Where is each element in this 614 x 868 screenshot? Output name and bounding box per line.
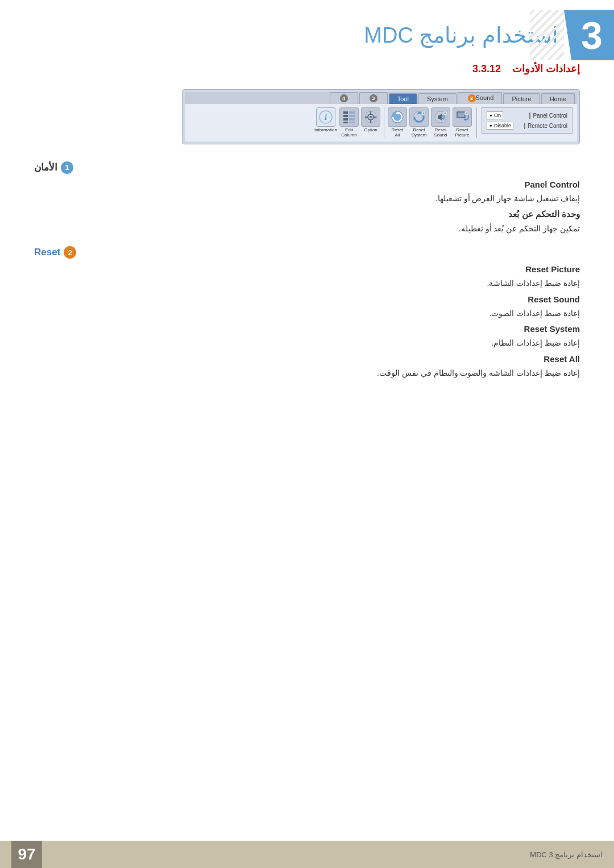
information-label: Information (314, 128, 337, 133)
reset-all-text: إعادة ضبط إعدادات الشاشة والصوت والنظام … (34, 367, 580, 379)
panel-control-text: إيقاف تشغيل شاشة جهاز العرض أو تشغيلها. (34, 192, 580, 205)
mockup-body: Panel Control On ▼ Remote Control Disabl… (185, 104, 577, 142)
section-reset: 2 Reset Reset Picture إعادة ضبط إعدادات … (34, 246, 580, 379)
tool-edit-column[interactable]: EditColumn (339, 107, 359, 138)
reset-all-label: ResetAll (392, 128, 404, 138)
reset-sound-label: ResetSound (434, 128, 447, 138)
reset-all-icon (388, 107, 407, 127)
svg-rect-14 (370, 121, 371, 123)
svg-rect-13 (370, 111, 371, 114)
tool-option[interactable]: Option (361, 107, 380, 133)
mockup-tabs-bar: Home Picture Sound2 System Tool 3 4 (185, 92, 577, 104)
svg-rect-16 (374, 117, 376, 118)
main-content: إعدادات الأدوات 3.3.12 Home Picture Soun… (0, 0, 614, 436)
ui-mockup: Home Picture Sound2 System Tool 3 4 Pane… (182, 89, 580, 144)
remote-control-label: Remote Control (524, 123, 567, 129)
reset-sound-icon (431, 107, 450, 127)
panel-control-heading: Panel Control (34, 180, 580, 189)
tab-system[interactable]: System (418, 93, 457, 104)
section-reset-title-row: 2 Reset (34, 246, 580, 259)
page-number-box: 97 (11, 841, 42, 868)
reset-picture-icon (453, 107, 472, 127)
reset-picture-text: إعادة ضبط إعدادات الشاشة. (34, 277, 580, 289)
svg-rect-15 (365, 117, 367, 118)
tab-3[interactable]: 3 (359, 92, 388, 104)
panel-control-label: Panel Control (529, 113, 567, 119)
safety-badge: 1 (61, 161, 73, 174)
chapter-header: استخدام برنامج MDC 3 (0, 0, 614, 60)
svg-rect-22 (349, 118, 355, 121)
reset-system-label: ResetSystem (412, 128, 427, 138)
svg-point-12 (370, 116, 372, 118)
svg-rect-18 (349, 111, 355, 114)
separator (476, 107, 477, 138)
remote-control-row: Remote Control Disable ▼ (487, 121, 567, 131)
panel-control-value: On (494, 113, 501, 118)
section-safety-title-row: 1 الأمان (34, 161, 580, 174)
stripe-decoration (530, 10, 564, 60)
reset-system-heading: Reset System (34, 324, 580, 334)
mockup-left-panel: Panel Control On ▼ Remote Control Disabl… (482, 107, 572, 134)
mockup-tools-panel: ResetPicture ResetSound (314, 107, 472, 138)
panel-control-dropdown[interactable]: On ▼ (487, 111, 503, 119)
section-reset-title: Reset (34, 247, 60, 258)
reset-all-heading: Reset All (34, 354, 580, 364)
reset-picture-heading: Reset Picture (34, 264, 580, 274)
remote-control-text: تمكين جهاز التحكم عن بُعد أو تعطيله. (34, 222, 580, 235)
svg-rect-17 (343, 111, 348, 114)
remote-control-dropdown[interactable]: Disable ▼ (487, 122, 513, 130)
tab-picture[interactable]: Picture (503, 93, 540, 104)
footer-text: استخدام برنامج MDC 3 (530, 850, 603, 859)
reset-picture-label: ResetPicture (455, 128, 470, 138)
tool-reset-system[interactable]: ResetSystem (409, 107, 429, 138)
tab-sound[interactable]: Sound2 (458, 92, 503, 104)
edit-column-icon (339, 107, 359, 127)
reset-badge: 2 (64, 246, 76, 259)
section-safety-title: الأمان (34, 161, 57, 173)
tool-reset-all[interactable]: ResetAll (388, 107, 407, 138)
svg-rect-20 (349, 115, 355, 117)
reset-system-text: إعادة ضبط إعدادات النظام. (34, 337, 580, 349)
svg-rect-19 (343, 115, 348, 117)
svg-rect-1 (458, 113, 464, 117)
option-icon (361, 107, 380, 127)
information-icon: i (316, 107, 335, 127)
remote-control-heading: وحدة التحكم عن بُعد (34, 209, 580, 219)
separator2 (384, 107, 384, 138)
remote-control-value: Disable (494, 123, 511, 128)
tool-reset-sound[interactable]: ResetSound (431, 107, 450, 138)
svg-text:i: i (325, 112, 327, 122)
reset-sound-heading: Reset Sound (34, 294, 580, 304)
panel-control-row: Panel Control On ▼ (487, 110, 567, 121)
dropdown-arrow: ▼ (489, 114, 493, 118)
tab-tool[interactable]: Tool (389, 93, 417, 104)
page-footer: 97 استخدام برنامج MDC 3 (0, 841, 614, 868)
reset-system-icon (409, 107, 429, 127)
page-number: 97 (18, 845, 35, 863)
reset-sound-text: إعادة ضبط إعدادات الصوت. (34, 307, 580, 319)
tool-reset-picture[interactable]: ResetPicture (453, 107, 472, 138)
tool-information[interactable]: i Information (314, 107, 337, 133)
tab-home[interactable]: Home (541, 93, 575, 104)
tab-4[interactable]: 4 (330, 92, 358, 104)
svg-rect-21 (343, 118, 348, 121)
section-number: إعدادات الأدوات 3.3.12 (472, 63, 580, 74)
section-heading: إعدادات الأدوات 3.3.12 (34, 63, 580, 75)
chapter-number-box: 3 (564, 10, 614, 60)
option-label: Option (364, 128, 377, 133)
dropdown-arrow2: ▼ (489, 124, 493, 128)
svg-rect-23 (343, 122, 348, 123)
section-safety: 1 الأمان Panel Control إيقاف تشغيل شاشة … (34, 161, 580, 235)
chapter-number: 3 (581, 13, 603, 57)
edit-column-label: EditColumn (341, 128, 357, 138)
svg-rect-24 (349, 122, 355, 123)
